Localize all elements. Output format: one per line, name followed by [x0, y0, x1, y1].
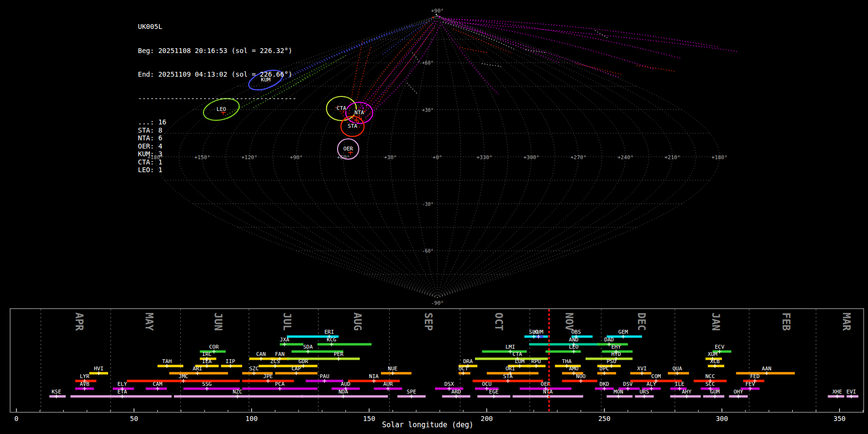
- shower-label-OCT: OCT: [459, 366, 468, 372]
- shower-label-DSX: DSX: [444, 381, 454, 387]
- shower-bar-TAH: [158, 365, 184, 367]
- map-lat-label: +60°: [422, 60, 434, 66]
- shower-label-IEA: IEA: [202, 358, 212, 365]
- shower-label-LEO: LEO: [569, 344, 579, 350]
- station-info-block: UK005L Beg: 20251108 20:16:53 (sol = 226…: [138, 7, 297, 190]
- shower-bar-NUE: [381, 372, 411, 375]
- count-row-KUM: KUM: 3: [138, 150, 297, 158]
- shower-label-XVI: XVI: [637, 366, 647, 372]
- shower-label-LUM: LUM: [515, 358, 525, 365]
- peak-marker-DPC: [602, 371, 606, 375]
- month-label-JUN: JUN: [212, 312, 224, 331]
- peak-marker-XCB: [713, 364, 717, 368]
- map-lat-label: -60°: [422, 248, 434, 254]
- shower-label-AAN: AAN: [762, 366, 772, 372]
- shower-label-DSV: DSV: [623, 381, 633, 387]
- shower-bar-AND: [529, 343, 599, 346]
- shower-label-GUM: GUM: [710, 389, 720, 395]
- map-lat-label: +30°: [422, 108, 434, 113]
- shower-label-PSU: PSU: [607, 358, 616, 365]
- map-meridian: [437, 16, 508, 298]
- peak-marker-THA: [565, 364, 569, 368]
- shower-label-NDA: NDA: [339, 389, 348, 395]
- shower-label-PER: PER: [334, 351, 343, 357]
- radiant-dot: [432, 16, 434, 18]
- shower-label-AUD: AUD: [341, 381, 351, 387]
- peak-marker-PCA: [278, 387, 282, 391]
- count-row-NTA: NTA: 6: [138, 134, 297, 142]
- radiant-label-OER: OER: [343, 146, 353, 152]
- map-lon-label: +0°: [433, 154, 442, 161]
- shower-label-GEM: GEM: [618, 329, 628, 335]
- radiant-label-STA: STA: [348, 123, 357, 129]
- count-row-STA: STA: 8: [138, 126, 297, 135]
- map-lon-label: +300°: [523, 154, 539, 161]
- radiant-dot: [439, 15, 440, 17]
- peak-marker-DKD: [602, 387, 606, 391]
- map-lon-label: +240°: [617, 154, 633, 161]
- shower-label-ECV: ECV: [715, 344, 724, 350]
- map-lon-label: +30°: [384, 154, 397, 161]
- shower-label-SCC: SCC: [705, 381, 715, 387]
- peak-marker-JMC: [181, 379, 185, 383]
- shower-label-XUM: XUM: [708, 351, 718, 357]
- shower-label-OHY: OHY: [733, 389, 743, 395]
- peak-marker-TAH: [165, 364, 169, 368]
- count-row-OER: OER: 4: [138, 142, 297, 150]
- peak-marker-AMO: [572, 371, 576, 375]
- shower-label-ETA: ETA: [118, 389, 127, 395]
- shower-label-AVB: AVB: [80, 381, 89, 387]
- radiant-track: [482, 64, 501, 67]
- shower-bar-KCG: [317, 343, 371, 346]
- shower-label-IIP: IIP: [226, 358, 235, 365]
- shower-label-ORI: ORI: [505, 366, 515, 372]
- radiant-dot: [435, 14, 437, 15]
- radiant-dot: [362, 107, 364, 108]
- radiant-track: [407, 83, 418, 95]
- plot-canvas: +180°+150°+120°+90°+60°+30°+0°+330°+300°…: [0, 0, 868, 434]
- radiant-dot: [357, 121, 359, 122]
- shower-label-RPU: RPU: [531, 358, 541, 365]
- shower-label-EVI: EVI: [846, 389, 856, 395]
- shower-label-SSG: SSG: [202, 381, 212, 387]
- shower-label-EHY: EHY: [611, 344, 621, 350]
- shower-label-AND: AND: [569, 337, 579, 343]
- peak-marker-JXA: [283, 342, 286, 346]
- shower-label-IRC: IRC: [202, 351, 212, 357]
- map-meridian: [437, 16, 579, 298]
- peak-marker-DAD: [607, 342, 611, 346]
- peak-marker-XHE: [835, 394, 839, 398]
- peak-marker-NZC: [235, 394, 239, 398]
- shower-label-TAH: TAH: [162, 358, 172, 365]
- peak-marker-NDA: [341, 394, 345, 398]
- shower-label-LMI: LMI: [505, 344, 515, 350]
- shower-label-XCB: XCB: [710, 358, 720, 365]
- month-label-DEC: DEC: [636, 312, 647, 331]
- peak-marker-AHY: [685, 394, 689, 398]
- shower-label-GDR: GDR: [298, 358, 308, 365]
- peak-marker-GUM: [713, 394, 717, 398]
- shower-label-SZC: SZC: [249, 366, 259, 372]
- shower-label-NUE: NUE: [388, 366, 397, 372]
- peak-marker-KCG: [330, 342, 334, 346]
- shower-label-EGE: EGE: [489, 389, 499, 395]
- shower-label-AUR: AUR: [383, 381, 393, 387]
- observation-begin: Beg: 20251108 20:16:53 (sol = 226.32°): [138, 47, 297, 55]
- peak-marker-KSE: [54, 394, 58, 398]
- peak-marker-AVB: [82, 387, 86, 391]
- month-label-NOV: NOV: [563, 312, 575, 331]
- peak-marker-ECV: [718, 350, 721, 353]
- shower-label-ILE: ILE: [675, 381, 684, 387]
- radiant-track: [358, 27, 434, 129]
- shower-label-ZCS: ZCS: [271, 358, 280, 365]
- shower-label-LYR: LYR: [80, 373, 89, 380]
- peak-marker-ALY: [650, 387, 653, 391]
- peak-marker-ZCS: [273, 364, 277, 368]
- shower-label-HYD: HYD: [611, 351, 621, 357]
- shower-label-FAN: FAN: [275, 351, 285, 357]
- peak-marker-ARD: [454, 394, 458, 398]
- peak-marker-ARI: [196, 371, 200, 375]
- shower-count-list: ...: 16STA: 8NTA: 6OER: 4KUM: 3CTA: 1LEO…: [138, 118, 297, 174]
- count-row-CTA: CTA: 1: [138, 158, 297, 166]
- peak-marker-AAN: [765, 371, 769, 375]
